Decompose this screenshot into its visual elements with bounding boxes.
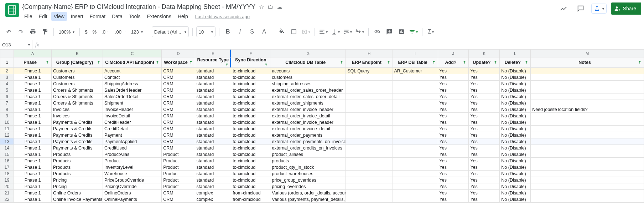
cell[interactable]: Account [103,68,162,74]
cell[interactable]: Yes [438,138,469,145]
cell[interactable] [531,171,644,177]
cell[interactable]: standard [195,151,231,158]
cell[interactable]: Phase 1 [14,145,52,151]
cell[interactable]: external_order_sales_order_header [270,87,346,93]
header-cell[interactable]: CIMcloud API Endpoint [103,57,162,68]
cell[interactable]: CRM [162,196,195,203]
cell[interactable]: No (Disable) [500,171,531,177]
cell[interactable]: Phase 1 [14,196,52,203]
column-header-K[interactable]: K [469,50,500,57]
cell[interactable]: Yes [469,106,500,113]
cell[interactable]: Phase 1 [14,132,52,138]
select-all-cell[interactable] [0,50,14,57]
cell[interactable]: to-cimcloud [231,151,270,158]
cell[interactable]: Shipment [103,100,162,106]
cell[interactable]: AR_Customer [393,68,438,74]
cell[interactable]: Yes [438,145,469,151]
cell[interactable] [393,74,438,81]
cell[interactable]: No (Disable) [500,113,531,119]
cell[interactable]: Invoices [52,106,103,113]
cell[interactable]: CreditHeader [103,119,162,126]
cell[interactable]: standard [195,87,231,93]
cell[interactable]: price_group_overrides [270,177,346,183]
cell[interactable]: standard [195,145,231,151]
cell[interactable]: Yes [469,100,500,106]
fill-color-button[interactable] [277,27,287,37]
cell[interactable] [531,74,644,81]
merge-cells-button[interactable]: ▾ [301,27,311,37]
cell[interactable]: Product [162,158,195,164]
cell[interactable]: Payments & Credits [52,119,103,126]
star-icon[interactable]: ☆ [259,4,264,10]
cell[interactable] [393,113,438,119]
cell[interactable]: external_order_invoice_header [270,119,346,126]
cell[interactable]: standard [195,177,231,183]
column-header-A[interactable]: A [14,50,52,57]
cell[interactable] [393,183,438,190]
cell[interactable]: CreditUsed [103,145,162,151]
cell[interactable]: to-cimcloud [231,126,270,132]
cell[interactable] [531,196,644,203]
functions-button[interactable]: Σ▾ [426,27,436,37]
vertical-align-button[interactable]: ▾ [331,27,341,37]
row-header[interactable]: 7 [0,100,14,106]
cell[interactable]: Product [162,151,195,158]
last-edit-link[interactable]: Last edit was seconds ago [195,14,250,19]
column-header-F[interactable]: F [231,50,270,57]
cell[interactable]: Yes [438,190,469,196]
cell[interactable]: external_order_invoice_detail [270,113,346,119]
cell[interactable] [393,81,438,87]
row-header[interactable]: 19 [0,177,14,183]
row-header[interactable]: 4 [0,81,14,87]
cell[interactable]: Phase 1 [14,68,52,74]
insert-chart-button[interactable] [396,27,406,37]
cell[interactable]: Yes [469,113,500,119]
cell[interactable]: Yes [469,74,500,81]
cell[interactable] [346,151,393,158]
row-header[interactable]: 10 [0,119,14,126]
quick-share-button[interactable]: ▾ [591,4,607,14]
cell[interactable]: Phase 1 [14,171,52,177]
header-cell[interactable]: Delete? [500,57,531,68]
cell[interactable]: external_order_invoice_detail [270,126,346,132]
cell[interactable]: Yes [438,68,469,74]
cell[interactable]: Yes [438,87,469,93]
cell[interactable]: Customers [52,74,103,81]
cell[interactable]: Yes [438,164,469,171]
cell[interactable]: Yes [469,87,500,93]
row-header[interactable]: 21 [0,190,14,196]
cell[interactable]: to-cimcloud [231,132,270,138]
cell[interactable] [393,93,438,100]
cell[interactable] [346,138,393,145]
cell[interactable] [531,93,644,100]
decrease-decimal[interactable]: .0← [100,27,111,37]
cell[interactable]: complex [195,190,231,196]
cell[interactable] [531,126,644,132]
cell[interactable]: InventoryLevel [103,164,162,171]
font-size-select[interactable]: 10▾ [196,26,215,37]
cell[interactable] [346,87,393,93]
cell[interactable]: to-cimcloud [231,81,270,87]
cell[interactable]: Phase 1 [14,106,52,113]
cell[interactable]: No (Disable) [500,119,531,126]
cell[interactable]: CRM [162,93,195,100]
move-icon[interactable]: 🗀 [268,4,273,10]
cell[interactable]: Payment [103,132,162,138]
cell[interactable]: Online Invoice Payments [52,196,103,203]
cell[interactable]: Yes [469,158,500,164]
cell[interactable]: CRM [162,126,195,132]
insert-link-button[interactable] [372,27,382,37]
cell[interactable]: Online Orders [52,190,103,196]
cell[interactable]: No (Disable) [500,183,531,190]
cell[interactable] [393,138,438,145]
cell[interactable]: Pricing [52,183,103,190]
cell[interactable]: Phase 1 [14,190,52,196]
row-header[interactable]: 18 [0,171,14,177]
horizontal-align-button[interactable]: ▾ [318,27,328,37]
cell[interactable]: to-cimcloud [231,177,270,183]
cell[interactable]: SalesOrderHeader [103,87,162,93]
cell[interactable] [393,106,438,113]
cell[interactable] [346,113,393,119]
filter-icon[interactable] [431,60,436,65]
cell[interactable] [393,151,438,158]
